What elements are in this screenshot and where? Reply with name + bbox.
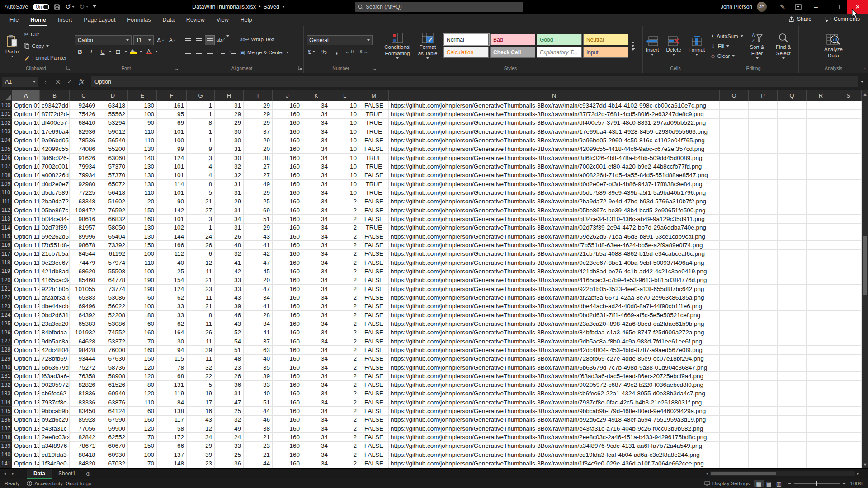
column-header-f[interactable]: F (157, 90, 187, 101)
cell-p101[interactable] (749, 110, 778, 118)
cell-k110[interactable]: 34 (302, 188, 330, 197)
cell-p123[interactable] (749, 302, 778, 311)
cell-l119[interactable]: 2 (330, 267, 359, 276)
cell-o116[interactable] (720, 241, 749, 249)
cell-j100[interactable]: 160 (273, 101, 302, 110)
row-header-140[interactable]: 140 (0, 450, 12, 459)
cell-e121[interactable]: 190 (128, 285, 157, 293)
cell-b125[interactable]: 23a3ca20-f898-42a6-8bed-ea2fdae61b9b (40, 319, 70, 328)
cell-g102[interactable]: 8 (187, 119, 215, 127)
cell-f109[interactable]: 114 (157, 180, 187, 188)
cell-f126[interactable]: 164 (157, 328, 187, 337)
row-header-115[interactable]: 115 (0, 232, 12, 241)
format-as-table-button[interactable]: Format as Table (414, 28, 442, 64)
cell-j117[interactable]: 160 (273, 250, 302, 258)
cell-k112[interactable]: 34 (302, 206, 330, 215)
cell-l123[interactable]: 2 (330, 302, 359, 311)
cell-f127[interactable]: 30 (157, 337, 187, 346)
cell-q106[interactable] (778, 154, 807, 162)
cell-k141[interactable]: 34 (302, 459, 330, 468)
grow-font-button[interactable]: A˄ (156, 35, 165, 45)
cell-g107[interactable]: 4 (187, 162, 215, 171)
cell-c139[interactable]: 78671 (70, 442, 98, 450)
cell-a139[interactable]: Option 138 (12, 442, 40, 450)
column-header-q[interactable]: Q (778, 90, 807, 101)
cell-h129[interactable]: 48 (215, 355, 244, 363)
cell-d113[interactable]: 66832 (98, 215, 128, 223)
cell-o125[interactable] (720, 319, 749, 328)
select-all-corner[interactable] (0, 90, 12, 101)
cell-f133[interactable]: 119 (157, 389, 187, 398)
clipboard-dialog-launcher-icon[interactable] (66, 66, 71, 70)
cell-m119[interactable]: FALSE (359, 267, 389, 276)
cell-l113[interactable]: 2 (330, 215, 359, 223)
cell-d101[interactable]: 55562 (98, 110, 128, 118)
cell-l115[interactable]: 2 (330, 232, 359, 241)
cell-d112[interactable]: 76592 (98, 206, 128, 215)
cell-f139[interactable]: 66 (157, 442, 187, 450)
cell-e122[interactable]: 60 (128, 293, 157, 302)
cell-b107[interactable]: 7002c001-ef80-4a20-b9e2-44b8ccfb77fd (40, 162, 70, 171)
cell-m133[interactable]: FALSE (359, 389, 389, 398)
cell-j113[interactable]: 160 (273, 215, 302, 223)
cell-l124[interactable]: 2 (330, 311, 359, 319)
ribbon-tab-home[interactable]: Home (24, 14, 52, 26)
column-header-e[interactable]: E (128, 90, 157, 101)
cell-l107[interactable]: 10 (330, 162, 359, 171)
cell-q114[interactable] (778, 224, 807, 232)
column-header-p[interactable]: P (749, 90, 778, 101)
cell-q125[interactable] (778, 319, 807, 328)
cell-c125[interactable]: 65383 (70, 319, 98, 328)
cell-m132[interactable]: FALSE (359, 381, 389, 389)
gallery-scroll-up-icon[interactable] (632, 42, 634, 43)
cell-f134[interactable]: 84 (157, 398, 187, 407)
ribbon-tab-view[interactable]: View (211, 14, 235, 26)
cell-d123[interactable]: 56022 (98, 302, 128, 311)
cell-r120[interactable] (807, 276, 835, 285)
cell-h135[interactable]: 25 (215, 407, 244, 415)
cell-j127[interactable]: 160 (273, 337, 302, 346)
cell-c137[interactable]: 77056 (70, 424, 98, 433)
cell-d110[interactable]: 56418 (98, 188, 128, 197)
cell-c111[interactable]: 63348 (70, 197, 98, 206)
cell-s115[interactable] (835, 232, 862, 241)
cell-h109[interactable]: 31 (215, 180, 244, 188)
cell-b113[interactable]: bf34ce34-8310-436c-ab49-9a129c35d911 (40, 215, 70, 223)
cell-m128[interactable]: FALSE (359, 346, 389, 354)
cell-b138[interactable]: 2ee8c03c-2a46-451a-b433-94296175bd8c (40, 433, 70, 441)
cell-j140[interactable]: 160 (273, 450, 302, 459)
cell-n111[interactable]: https://github.com/johnpierson/Generativ… (389, 197, 720, 206)
zoom-out-icon[interactable]: − (788, 481, 791, 486)
cell-e111[interactable]: 20 (128, 197, 157, 206)
cell-f141[interactable]: 148 (157, 459, 187, 468)
cell-d114[interactable]: 58050 (98, 224, 128, 232)
cell-m105[interactable]: FALSE (359, 145, 389, 154)
cell-a108[interactable]: Option 107 (12, 171, 40, 180)
cell-l127[interactable]: 2 (330, 337, 359, 346)
cell-a121[interactable]: Option 120 (12, 285, 40, 293)
cell-p110[interactable] (749, 188, 778, 197)
cell-p124[interactable] (749, 311, 778, 319)
cell-r123[interactable] (807, 302, 835, 311)
cell-i104[interactable]: 29 (244, 136, 273, 145)
insert-function-icon[interactable]: fx (75, 76, 87, 87)
cell-p111[interactable] (749, 197, 778, 206)
cell-p100[interactable] (749, 101, 778, 110)
cell-o137[interactable] (720, 424, 749, 433)
cell-a100[interactable]: Option 099 (12, 101, 40, 110)
cell-s106[interactable] (835, 154, 862, 162)
cell-f107[interactable]: 101 (157, 162, 187, 171)
comma-style-button[interactable]: , (332, 47, 342, 56)
cell-l117[interactable]: 2 (330, 250, 359, 258)
cell-n105[interactable]: https://github.com/johnpierson/Generativ… (389, 145, 720, 154)
cell-n129[interactable]: https://github.com/johnpierson/Generativ… (389, 355, 720, 363)
cell-n136[interactable]: https://github.com/johnpierson/Generativ… (389, 416, 720, 424)
cell-f140[interactable]: 137 (157, 450, 187, 459)
cell-h103[interactable]: 30 (215, 127, 244, 136)
cell-b137[interactable]: e43fa31c-a716-404b-9c26-f0cc03b9b582 (40, 424, 70, 433)
cell-m138[interactable]: FALSE (359, 433, 389, 441)
column-header-o[interactable]: O (720, 90, 749, 101)
cell-n100[interactable]: https://github.com/johnpierson/Generativ… (389, 101, 720, 110)
cell-i141[interactable]: 44 (244, 459, 273, 468)
cell-m106[interactable]: TRUE (359, 154, 389, 162)
